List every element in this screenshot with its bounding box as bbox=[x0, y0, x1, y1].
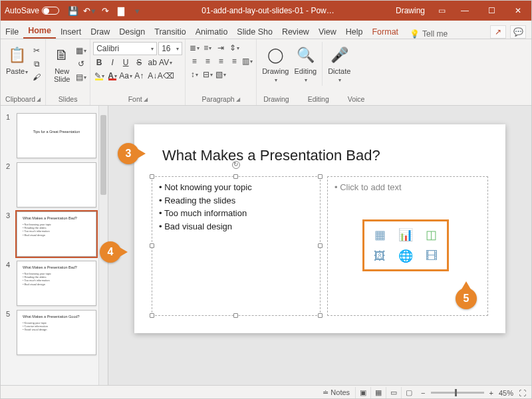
insert-online-picture-icon[interactable]: 🌐 bbox=[394, 247, 418, 265]
align-right-icon[interactable]: ≡ bbox=[215, 55, 227, 67]
save-icon[interactable]: 💾 bbox=[67, 5, 79, 17]
dialog-launcher-icon[interactable]: ◢ bbox=[37, 96, 41, 102]
thumbnail-1[interactable]: 1 Tips for a Great Presentation bbox=[1, 111, 108, 160]
tab-view[interactable]: View bbox=[314, 25, 341, 39]
dialog-launcher-icon[interactable]: ◢ bbox=[236, 96, 240, 102]
undo-icon[interactable]: ↶▾ bbox=[83, 5, 95, 17]
start-from-beginning-icon[interactable]: ▇ bbox=[115, 5, 127, 17]
align-left-icon[interactable]: ≡ bbox=[188, 55, 200, 67]
resize-handle[interactable] bbox=[318, 313, 323, 318]
slide-title[interactable]: What Makes a Presentation Bad? bbox=[162, 147, 380, 164]
resize-handle[interactable] bbox=[150, 243, 154, 248]
align-center-icon[interactable]: ≡ bbox=[201, 55, 213, 67]
tab-file[interactable]: File bbox=[1, 25, 23, 39]
redo-icon[interactable]: ↷ bbox=[99, 5, 111, 17]
scrollbar-handle[interactable] bbox=[100, 115, 106, 195]
decrease-font-icon[interactable]: A↓ bbox=[146, 70, 158, 82]
resize-handle[interactable] bbox=[233, 174, 238, 179]
autosave-toggle[interactable]: AutoSave bbox=[1, 6, 63, 15]
slideshow-view-icon[interactable]: ▢ bbox=[401, 387, 416, 399]
ribbon-display-icon[interactable]: ▭ bbox=[432, 1, 452, 21]
smartart-convert-icon[interactable]: ▧▾ bbox=[215, 68, 227, 80]
zoom-out-icon[interactable]: − bbox=[421, 389, 425, 397]
drawing-dropdown[interactable]: ◯ Drawing▾ bbox=[259, 42, 291, 86]
slide-sorter-icon[interactable]: ▦ bbox=[370, 387, 385, 399]
zoom-in-icon[interactable]: + bbox=[489, 389, 493, 397]
content-textbox-left[interactable]: Not knowing your topic Reading the slide… bbox=[152, 176, 321, 316]
slide-editor[interactable]: What Makes a Presentation Bad? Not knowi… bbox=[108, 106, 531, 385]
tab-review[interactable]: Review bbox=[277, 25, 314, 39]
thumbnail-2[interactable]: 2 bbox=[1, 160, 108, 209]
font-color-icon[interactable]: A▾ bbox=[106, 70, 118, 82]
resize-handle[interactable] bbox=[318, 243, 323, 248]
font-name-selector[interactable]: Calibri▾ bbox=[93, 42, 157, 55]
tab-help[interactable]: Help bbox=[341, 25, 368, 39]
tab-home[interactable]: Home bbox=[23, 23, 56, 39]
format-painter-icon[interactable]: 🖌 bbox=[31, 71, 43, 83]
editing-dropdown[interactable]: 🔍 Editing▾ bbox=[292, 42, 320, 86]
strikethrough-icon[interactable]: S bbox=[133, 57, 145, 68]
tell-me-search[interactable]: 💡 Tell me bbox=[403, 29, 454, 39]
clear-formatting-icon[interactable]: A⌫ bbox=[160, 70, 172, 82]
thumbnail-3[interactable]: 3 What Makes a Presentation Bad? • Not k… bbox=[1, 209, 108, 259]
change-case-icon[interactable]: Aa▾ bbox=[120, 70, 132, 82]
normal-view-icon[interactable]: ▣ bbox=[355, 387, 370, 399]
increase-font-icon[interactable]: A↑ bbox=[133, 70, 145, 82]
reset-slide-icon[interactable]: ↺ bbox=[75, 58, 87, 70]
current-slide[interactable]: What Makes a Presentation Bad? Not knowi… bbox=[134, 124, 505, 333]
toggle-off-icon[interactable] bbox=[42, 7, 59, 15]
thumbnail-5[interactable]: 5 What Makes a Presentation Good? • Know… bbox=[1, 308, 108, 357]
font-size-selector[interactable]: 16▾ bbox=[158, 42, 182, 55]
dialog-launcher-icon[interactable]: ◢ bbox=[144, 96, 148, 102]
resize-handle[interactable] bbox=[150, 174, 154, 179]
copy-icon[interactable]: ⧉ bbox=[31, 58, 43, 70]
resize-handle[interactable] bbox=[233, 313, 238, 318]
tab-draw[interactable]: Draw bbox=[86, 25, 114, 39]
numbering-icon[interactable]: ≡▾ bbox=[201, 42, 213, 54]
close-icon[interactable]: ✕ bbox=[505, 1, 531, 21]
cut-icon[interactable]: ✂ bbox=[31, 45, 43, 57]
thumbnail-4[interactable]: 4 What Makes a Presentation Bad? • Not k… bbox=[1, 259, 108, 308]
qat-dropdown-icon[interactable]: ▾ bbox=[131, 5, 143, 17]
text-direction-icon[interactable]: ↕▾ bbox=[188, 68, 200, 80]
tab-insert[interactable]: Insert bbox=[56, 25, 86, 39]
insert-picture-icon[interactable]: 🖼 bbox=[368, 247, 392, 265]
tab-slideshow[interactable]: Slide Sho bbox=[232, 25, 277, 39]
insert-chart-icon[interactable]: 📊 bbox=[394, 225, 418, 244]
comments-icon[interactable]: 💬 bbox=[510, 25, 526, 39]
tab-format[interactable]: Format bbox=[367, 25, 403, 39]
maximize-icon[interactable]: ☐ bbox=[478, 1, 505, 21]
layout-icon[interactable]: ▦▾ bbox=[75, 45, 87, 57]
bold-icon[interactable]: B bbox=[93, 57, 105, 68]
minimize-icon[interactable]: — bbox=[452, 1, 478, 21]
highlight-color-icon[interactable]: ✎▾ bbox=[93, 70, 105, 82]
justify-icon[interactable]: ≡ bbox=[228, 55, 240, 67]
text-shadow-icon[interactable]: ab bbox=[146, 57, 158, 68]
insert-smartart-icon[interactable]: ◫ bbox=[420, 225, 443, 244]
insert-video-icon[interactable]: 🎞 bbox=[420, 247, 443, 265]
tab-animations[interactable]: Animatio bbox=[191, 25, 233, 39]
bullets-icon[interactable]: ≣▾ bbox=[188, 42, 200, 54]
align-text-icon[interactable]: ⊟▾ bbox=[201, 68, 213, 80]
character-spacing-icon[interactable]: AV▾ bbox=[160, 57, 172, 68]
zoom-slider[interactable] bbox=[431, 392, 484, 394]
tab-transitions[interactable]: Transitio bbox=[150, 25, 190, 39]
paste-button[interactable]: 📋 Paste▾ bbox=[3, 42, 31, 83]
columns-icon[interactable]: ▥▾ bbox=[241, 55, 253, 67]
zoom-level[interactable]: 45% bbox=[499, 389, 513, 397]
notes-button[interactable]: ≐ Notes bbox=[323, 388, 350, 397]
dictate-button[interactable]: 🎤 Dictate▾ bbox=[325, 42, 353, 86]
reading-view-icon[interactable]: ▭ bbox=[386, 387, 400, 399]
tab-design[interactable]: Design bbox=[114, 25, 150, 39]
share-icon[interactable]: ↗ bbox=[490, 25, 506, 39]
resize-handle[interactable] bbox=[318, 174, 323, 179]
insert-table-icon[interactable]: ▦ bbox=[368, 225, 392, 244]
italic-icon[interactable]: I bbox=[106, 57, 118, 68]
line-spacing-icon[interactable]: ⇕▾ bbox=[228, 42, 240, 54]
rotate-handle-icon[interactable] bbox=[232, 161, 240, 169]
increase-indent-icon[interactable]: ⇥ bbox=[215, 42, 227, 54]
section-icon[interactable]: ▤▾ bbox=[75, 71, 87, 83]
fit-to-window-icon[interactable]: ⛶ bbox=[519, 389, 526, 397]
underline-icon[interactable]: U bbox=[120, 57, 132, 68]
resize-handle[interactable] bbox=[150, 313, 154, 318]
